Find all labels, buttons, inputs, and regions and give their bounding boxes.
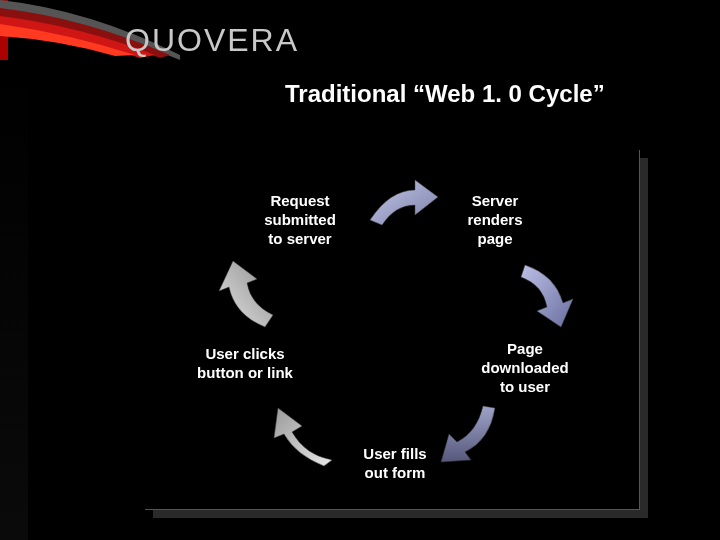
cycle-arrow-icon xyxy=(215,255,285,335)
cycle-arrow-icon xyxy=(515,255,585,330)
cycle-arrow-icon xyxy=(270,400,345,475)
step-page-downloaded: Pagedownloadedto user xyxy=(460,340,590,396)
slide-header: QUOVERA xyxy=(0,0,720,60)
slide-title: Traditional “Web 1. 0 Cycle” xyxy=(285,80,605,108)
step-user-clicks: User clicksbutton or link xyxy=(180,345,310,383)
panel-front: Requestsubmittedto server Serverrendersp… xyxy=(145,150,640,510)
step-server-renders: Serverrenderspage xyxy=(450,192,540,248)
side-accent xyxy=(0,70,28,540)
cycle-arrow-icon xyxy=(360,175,440,235)
cycle-arrow-icon xyxy=(435,400,510,475)
cycle-diagram: Requestsubmittedto server Serverrendersp… xyxy=(145,150,640,510)
logo-text: QUOVERA xyxy=(125,22,299,59)
step-user-fills-form: User fillsout form xyxy=(345,445,445,483)
step-request-submitted: Requestsubmittedto server xyxy=(245,192,355,248)
